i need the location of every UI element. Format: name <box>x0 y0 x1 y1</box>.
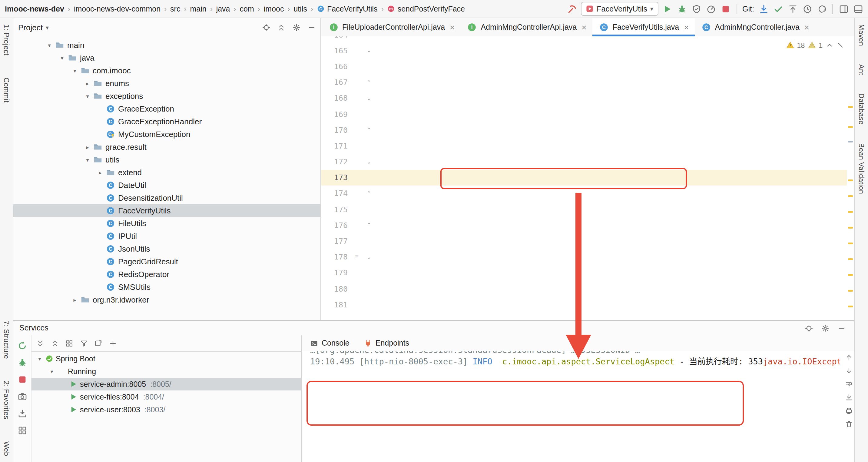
project-tree-item-desensitizationutil[interactable]: CDesensitizationUtil <box>13 192 320 204</box>
chevron-right-icon[interactable]: ▸ <box>83 144 92 150</box>
breadcrumb-item-utils[interactable]: utils <box>293 4 307 13</box>
filter-icon[interactable] <box>80 339 88 347</box>
project-tree-item-enums[interactable]: ▸enums <box>13 77 320 90</box>
group-by-icon[interactable] <box>17 425 27 435</box>
breadcrumb-item-java[interactable]: java <box>216 4 230 13</box>
tab-console[interactable]: Console <box>310 339 349 347</box>
run-button[interactable] <box>662 4 673 14</box>
project-tree-item-main[interactable]: ▾main <box>13 39 320 52</box>
gutter-line[interactable]: 169 <box>321 106 382 122</box>
gutter-line[interactable]: 167⌃ <box>321 74 382 90</box>
stripe-item-ant[interactable]: Ant <box>858 64 865 75</box>
warning-stripe-mark[interactable] <box>848 195 853 197</box>
collapse-all-icon[interactable] <box>277 23 285 31</box>
warning-stripe-mark[interactable] <box>848 274 853 276</box>
breadcrumb-item-imooc[interactable]: imooc <box>264 4 284 13</box>
editor[interactable]: 164165⌄166167⌃168⌄169170⌃171172⌄173174⌃1… <box>321 36 854 320</box>
chevron-down-icon[interactable]: ▾ <box>83 157 92 163</box>
breadcrumb-item-sendpostverifyface[interactable]: msendPostVerifyFace <box>388 4 465 13</box>
coverage-button[interactable] <box>691 4 702 14</box>
project-tree-item-com-imooc[interactable]: ▾com.imooc <box>13 64 320 77</box>
warning-stripe-mark[interactable] <box>848 290 853 292</box>
git-history-button[interactable] <box>802 4 812 14</box>
inspections-widget[interactable]: 18 1 <box>786 41 844 49</box>
project-tree-item-utils[interactable]: ▾utils <box>13 153 320 166</box>
stop-icon[interactable] <box>17 374 27 384</box>
gear-icon[interactable] <box>822 324 829 332</box>
layout-icon[interactable] <box>838 4 848 14</box>
tab-adminmngcontroller-java[interactable]: CAdminMngController.java× <box>695 18 816 36</box>
stripe-item-bean-validation[interactable]: Bean Validation <box>858 143 865 194</box>
chevron-right-icon[interactable]: ▸ <box>70 297 79 303</box>
breadcrumb-item-com[interactable]: com <box>240 4 254 13</box>
git-push-button[interactable] <box>787 4 798 14</box>
project-tree-item-dateutil[interactable]: CDateUtil <box>13 179 320 192</box>
stripe-item-2-favorites[interactable]: 2: Favorites <box>3 381 10 419</box>
project-tree-item-redisoperator[interactable]: CRedisOperator <box>13 268 320 281</box>
tab-faceverifyutils-java[interactable]: CFaceVerifyUtils.java× <box>593 18 695 36</box>
gutter-line[interactable]: 168⌄ <box>321 90 382 106</box>
git-commit-button[interactable] <box>773 4 783 14</box>
breadcrumb-item-imooc-news-dev-common[interactable]: imooc-news-dev-common <box>74 4 160 13</box>
rerun-icon[interactable] <box>17 340 27 350</box>
prev-issue-icon[interactable] <box>826 41 834 49</box>
service-url[interactable]: :8003/ <box>145 405 166 414</box>
warning-stripe-mark[interactable] <box>848 106 853 108</box>
project-tree-item-faceverifyutils[interactable]: CFaceVerifyUtils <box>13 204 320 217</box>
gutter-line[interactable]: 164 <box>321 36 382 42</box>
service-item-service-files-8004[interactable]: service-files:8004:8004/ <box>31 391 301 403</box>
debug-rerun-icon[interactable] <box>17 357 27 368</box>
project-tree-item-jsonutils[interactable]: CJsonUtils <box>13 242 320 255</box>
chevron-right-icon[interactable]: ▸ <box>96 170 105 175</box>
gutter-line[interactable]: 177 <box>321 233 382 249</box>
chevron-down-icon[interactable]: ▾ <box>83 93 92 99</box>
chevron-down-icon[interactable]: ▾ <box>46 24 49 31</box>
warning-stripe-mark[interactable] <box>848 211 853 213</box>
tab-endpoints[interactable]: Endpoints <box>364 339 409 347</box>
next-issue-icon[interactable] <box>837 41 844 49</box>
close-icon[interactable]: × <box>582 23 586 32</box>
chevron-right-icon[interactable]: ▸ <box>83 80 92 86</box>
warning-stripe-mark[interactable] <box>848 242 853 244</box>
scroll-to-end-icon[interactable] <box>845 394 853 401</box>
build-icon[interactable] <box>566 4 577 14</box>
services-title[interactable]: Services <box>20 324 49 332</box>
chevron-down-icon[interactable]: ▾ <box>45 42 54 48</box>
project-tree-item-mycustomexception[interactable]: CMyCustomException <box>13 128 320 141</box>
chevron-down-icon[interactable]: ▾ <box>58 55 67 61</box>
project-tree-item-graceexception[interactable]: CGraceException <box>13 103 320 115</box>
warning-stripe-mark[interactable] <box>848 126 853 128</box>
gutter-line[interactable]: 181 <box>321 296 382 312</box>
view-options-icon[interactable] <box>65 339 73 347</box>
heap-dump-icon[interactable] <box>17 408 27 418</box>
stripe-item-commit[interactable]: Commit <box>3 77 10 103</box>
project-tree-item-smsutils[interactable]: CSMSUtils <box>13 281 320 293</box>
hide-panel-icon[interactable] <box>308 23 316 31</box>
chevron-down-icon[interactable]: ▾ <box>47 368 56 374</box>
tab-adminmngcontrollerapi-java[interactable]: IAdminMngControllerApi.java× <box>461 18 592 36</box>
stripe-item-1-project[interactable]: 1: Project <box>3 24 10 56</box>
gutter-line[interactable]: 174⌃ <box>321 185 382 201</box>
select-opened-file-icon[interactable] <box>262 23 270 31</box>
project-tree-item-extend[interactable]: ▸extend <box>13 166 320 179</box>
gutter-line[interactable]: 170⌃ <box>321 122 382 138</box>
profiler-button[interactable] <box>706 4 716 14</box>
project-tree-item-org-n3r-idworker[interactable]: ▸org.n3r.idworker <box>13 293 320 306</box>
close-icon[interactable]: × <box>684 23 689 32</box>
service-item-service-user-8003[interactable]: service-user:8003:8003/ <box>31 403 301 416</box>
select-opened-service-icon[interactable] <box>805 324 813 332</box>
warning-stripe-mark[interactable] <box>848 179 853 181</box>
chevron-down-icon[interactable]: ▾ <box>70 67 79 74</box>
hide-panel-icon[interactable] <box>838 324 845 332</box>
add-service-icon[interactable] <box>109 339 117 347</box>
breadcrumb-item-src[interactable]: src <box>170 4 180 13</box>
gutter-line[interactable]: 178≡⌄ <box>321 249 382 265</box>
error-stripe[interactable] <box>847 36 854 320</box>
service-item-service-admin-8005[interactable]: service-admin:8005:8005/ <box>31 378 301 391</box>
stripe-item-7-structure[interactable]: 7: Structure <box>3 321 10 359</box>
breadcrumb-item-faceverifyutils[interactable]: CFaceVerifyUtils <box>317 4 378 13</box>
collapse-all-icon[interactable] <box>51 339 59 347</box>
gutter-line[interactable]: 179 <box>321 265 382 281</box>
warning-stripe-mark[interactable] <box>848 306 853 308</box>
git-update-button[interactable] <box>758 4 769 14</box>
